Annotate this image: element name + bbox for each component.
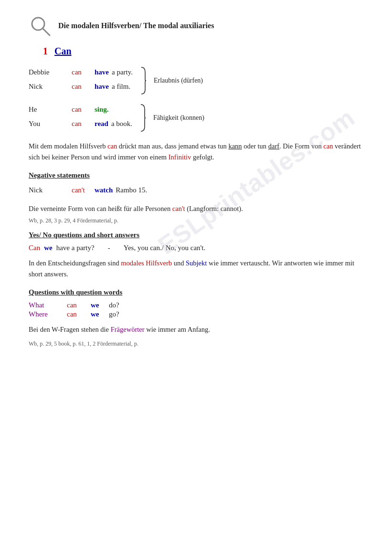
highlight-can-2: can [323,142,333,150]
wb-note-2: Wb, p. 29, 5 book, p. 61, 1, 2 Fördermat… [29,340,363,347]
explanation-1: Mit dem modalen Hilfsverb can drückt man… [29,141,363,163]
explanation-4: Bei den W-Fragen stehen die Frägewörter … [29,324,363,335]
yes-no-subject: we [44,244,53,252]
highlight-darf: darf [268,142,279,150]
verb-watch: watch [95,184,113,197]
questions-heading: Questions with question words [29,288,363,296]
highlight-modalhilfsverb: modales Hilfsverb [121,259,172,267]
rest-1: a party. [112,66,133,79]
verb-have-1: have [95,66,109,79]
subject-debbie: Debbie [29,66,72,79]
rest-you: a book. [111,118,132,130]
highlight-fragewörter: Frägewörter [111,326,145,333]
explanation-3: In den Entscheidungsfragen sind modales … [29,258,363,280]
highlight-can-1: can [107,142,117,150]
example-row: Debbie can have a party. [29,66,133,79]
section-number: 1 [43,46,48,57]
highlight-infinitiv: Infinitiv [169,153,191,161]
negative-heading: Negative statements [29,171,363,179]
yes-no-example-row: Can we have a party? - Yes, you can./ No… [29,244,363,252]
subject-nick-neg: Nick [29,184,72,197]
highlight-subjekt: Subjekt [186,259,207,267]
qword-subj-1: we [91,301,105,309]
erlaubnis-examples: Debbie can have a party. Nick can have a… [29,66,133,95]
main-title: Die modalen Hilfsverben/ The modal auxil… [58,21,214,30]
rest-rambo: Rambo 15. [116,184,147,197]
example-row-you: You can read a book. [29,118,132,130]
modal-can-4: can [72,118,91,130]
erlaubnis-group: Debbie can have a party. Nick can have a… [29,66,363,95]
svg-line-1 [43,29,50,35]
magnifier-icon [29,14,52,37]
qword-what: What [29,301,67,309]
yes-no-heading: Yes/ No questions and short answers [29,231,363,239]
verb-sing: sing. [95,104,109,116]
subject-you: You [29,118,72,130]
qword-block: What can we do? Where can we go? [29,301,363,318]
yes-no-rest: have a party? [56,244,95,252]
rest-2: a film. [112,81,130,93]
erlaubnis-label: Erlaubnis (dürfen) [154,77,203,84]
qword-rest-2: go? [109,310,119,318]
yes-no-modal: Can [29,244,40,252]
qword-where: Where [29,310,67,318]
verb-have-2: have [95,81,109,93]
qword-modal-1: can [67,301,91,309]
highlight-cant: can't [172,205,185,212]
subject-he: He [29,104,72,116]
header-row: Die modalen Hilfsverben/ The modal auxil… [29,14,363,37]
modal-can-3: can [72,104,91,116]
qword-rest-1: do? [109,301,119,309]
fahigkeit-examples: He can sing. You can read a book. [29,104,132,132]
section-heading: Can [54,46,72,57]
highlight-kann: kann [228,142,242,150]
modal-can-2: can [72,81,91,93]
brace-svg-erlaubnis [140,66,149,95]
section-title-row: 1 Can [29,46,363,57]
modal-can-1: can [72,66,91,79]
erlaubnis-brace-container: Erlaubnis (dürfen) [140,66,203,95]
modal-cant: can't [72,184,91,197]
fahigkeit-group: He can sing. You can read a book. Fähigk… [29,104,363,132]
verb-read: read [95,118,108,130]
qword-subj-2: we [91,310,105,318]
qword-row-where: Where can we go? [29,310,363,318]
example-row-he: He can sing. [29,104,132,116]
fahigkeit-brace-container: Fähigkeit (konnen) [140,104,204,132]
brace-svg-fahigkeit [140,104,148,132]
fahigkeit-label: Fähigkeit (konnen) [153,114,204,122]
subject-nick-1: Nick [29,81,72,93]
yes-no-answer: Yes, you can./ No, you can't. [124,244,206,252]
qword-row-what: What can we do? [29,301,363,309]
yes-no-dash: - [108,244,110,252]
negative-example-row: Nick can't watch Rambo 15. [29,184,363,197]
example-row: Nick can have a film. [29,81,133,93]
qword-modal-2: can [67,310,91,318]
wb-note-1: Wb, p. 28, 3 p. 29, 4 Fördermaterial, p. [29,217,363,224]
explanation-2: Die verneinte Form von can heißt für all… [29,203,363,214]
